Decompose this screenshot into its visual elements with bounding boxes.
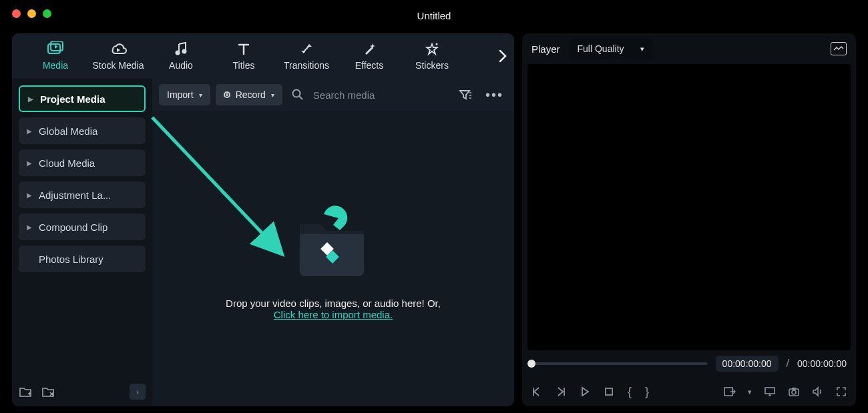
chevron-down-icon: ▾ — [271, 91, 274, 99]
svg-rect-15 — [765, 388, 775, 394]
record-button[interactable]: Record ▾ — [216, 84, 282, 105]
fullscreen-icon[interactable] — [836, 386, 847, 397]
chevron-down-icon: ▾ — [199, 91, 202, 99]
svg-line-9 — [299, 96, 302, 99]
stop-icon[interactable] — [604, 386, 614, 397]
text-icon — [236, 41, 251, 56]
import-button[interactable]: Import ▾ — [159, 84, 210, 105]
svg-point-8 — [292, 90, 300, 97]
chevron-down-icon[interactable]: ▾ — [748, 388, 752, 396]
sidebar-item-compound-clip[interactable]: ▶ Compound Clip — [19, 214, 146, 240]
drop-text-line: Drop your video clips, images, or audio … — [226, 298, 441, 309]
close-dot[interactable] — [12, 9, 21, 18]
player-header: Player Full Quality ▾ — [522, 33, 856, 64]
svg-rect-18 — [792, 388, 796, 390]
tab-effects[interactable]: Effects — [338, 41, 401, 71]
chevron-right-icon: ▶ — [27, 191, 32, 199]
tab-stock-media[interactable]: Stock Media — [87, 41, 150, 71]
svg-marker-2 — [55, 45, 58, 49]
chevron-right-icon: ▶ — [27, 224, 32, 231]
quality-value: Full Quality — [578, 43, 624, 54]
timecode-current[interactable]: 00:00:00:00 — [716, 356, 779, 372]
effects-icon — [361, 41, 377, 56]
maximize-dot[interactable] — [43, 9, 51, 18]
delete-folder-icon[interactable] — [41, 386, 55, 398]
media-sidebar: ▶ Project Media ▶ Global Media ▶ Cloud M… — [12, 79, 152, 406]
tab-media[interactable]: Media — [24, 41, 87, 71]
filter-icon[interactable] — [455, 89, 476, 101]
player-timebar: 00:00:00:00 / 00:00:00:00 — [522, 350, 856, 377]
sidebar-item-label: Photos Library — [39, 254, 103, 265]
import-link[interactable]: Click here to import media. — [274, 309, 393, 320]
button-label: Record — [236, 89, 266, 100]
tab-label: Audio — [169, 60, 193, 71]
mark-out-icon[interactable]: } — [645, 385, 649, 399]
tab-label: Stock Media — [92, 60, 144, 71]
player-controls: { } ▾ — [522, 377, 856, 406]
sidebar-item-global-media[interactable]: ▶ Global Media — [19, 117, 146, 144]
sidebar-item-label: Adjustment La... — [39, 189, 111, 201]
svg-marker-3 — [117, 48, 120, 52]
play-icon[interactable] — [580, 386, 590, 397]
annotation-arrow — [146, 111, 299, 264]
scrub-bar[interactable] — [531, 362, 708, 365]
drop-instructions: Drop your video clips, images, or audio … — [226, 298, 441, 320]
cloud-media-icon — [110, 41, 127, 56]
sidebar-item-label: Cloud Media — [39, 157, 95, 169]
sidebar-item-label: Project Media — [40, 93, 105, 105]
svg-point-17 — [792, 390, 796, 394]
media-toolbar: Import ▾ Record ▾ — [152, 79, 514, 111]
svg-line-10 — [152, 117, 278, 250]
sidebar-item-project-media[interactable]: ▶ Project Media — [19, 85, 146, 112]
playhead[interactable] — [527, 360, 535, 368]
button-label: Import — [167, 89, 194, 100]
tabs-scroll-right-icon[interactable] — [498, 49, 507, 63]
transitions-icon — [298, 41, 315, 56]
music-note-icon — [174, 41, 188, 56]
tab-titles[interactable]: Titles — [212, 41, 275, 71]
player-panel: Player Full Quality ▾ 00:00:00:00 / 00:0… — [522, 33, 856, 406]
stickers-icon — [424, 41, 440, 56]
media-panel: Media Stock Media Audio Ti — [12, 33, 514, 406]
search-icon[interactable] — [288, 89, 308, 101]
player-preview[interactable] — [527, 64, 851, 350]
media-drop-zone[interactable]: Drop your video clips, images, or audio … — [152, 111, 514, 406]
tab-stickers[interactable]: Stickers — [401, 41, 463, 71]
minimize-dot[interactable] — [27, 9, 36, 18]
quality-dropdown[interactable]: Full Quality ▾ — [570, 38, 652, 59]
svg-point-5 — [182, 49, 187, 54]
tab-label: Transitions — [284, 60, 329, 71]
prev-frame-icon[interactable] — [531, 386, 542, 397]
chevron-down-icon: ▾ — [640, 45, 644, 53]
tab-audio[interactable]: Audio — [150, 41, 212, 71]
step-forward-icon[interactable] — [556, 386, 566, 397]
search-input[interactable] — [313, 89, 407, 101]
search-media — [288, 89, 449, 101]
snapshot-icon[interactable] — [831, 42, 847, 55]
tab-transitions[interactable]: Transitions — [275, 41, 338, 71]
player-label: Player — [531, 43, 560, 55]
sidebar-item-adjustment-layer[interactable]: ▶ Adjustment La... — [19, 181, 146, 208]
display-icon[interactable] — [764, 386, 776, 397]
sidebar-item-label: Compound Clip — [39, 222, 107, 233]
more-options-icon[interactable]: ••• — [481, 87, 507, 103]
chevron-right-icon: ▶ — [27, 127, 32, 135]
timecode-separator: / — [787, 358, 789, 370]
sidebar-item-photos-library[interactable]: Photos Library — [19, 246, 146, 272]
window-title: Untitled — [0, 0, 868, 27]
sidebar-item-cloud-media[interactable]: ▶ Cloud Media — [19, 149, 146, 176]
svg-rect-0 — [48, 44, 60, 53]
chevron-right-icon: ▶ — [28, 95, 33, 103]
media-content: Import ▾ Record ▾ — [152, 79, 514, 406]
new-folder-icon[interactable] — [19, 386, 32, 398]
camera-icon[interactable] — [788, 386, 800, 397]
timecode-duration: 00:00:00:00 — [797, 358, 847, 369]
ratio-icon[interactable] — [724, 386, 736, 397]
collapse-sidebar-icon[interactable]: ‹ — [130, 384, 146, 400]
tab-label: Stickers — [415, 60, 449, 71]
media-icon — [47, 41, 64, 56]
chevron-right-icon: ▶ — [27, 159, 32, 167]
mark-in-icon[interactable]: { — [628, 385, 632, 399]
window-traffic-lights — [12, 9, 51, 18]
volume-icon[interactable] — [812, 386, 824, 397]
